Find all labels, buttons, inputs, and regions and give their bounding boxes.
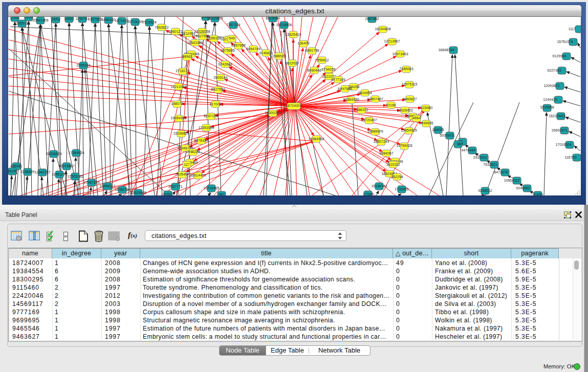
svg-text:8267150: 8267150	[204, 114, 217, 118]
svg-text:7632621: 7632621	[483, 163, 497, 166]
svg-text:9115460: 9115460	[419, 106, 433, 110]
svg-text:16914479: 16914479	[190, 173, 206, 177]
svg-text:19384554: 19384554	[308, 137, 324, 141]
svg-text:8454749: 8454749	[246, 47, 260, 51]
svg-text:7485063: 7485063	[399, 67, 413, 71]
svg-text:3675685: 3675685	[221, 49, 234, 52]
svg-text:20691406: 20691406	[32, 18, 48, 22]
svg-text:1615112: 1615112	[386, 163, 400, 166]
svg-text:62160: 62160	[386, 103, 396, 107]
svg-text:8427552: 8427552	[211, 87, 225, 91]
svg-text:3824554: 3824554	[358, 91, 372, 95]
svg-text:13325419: 13325419	[285, 33, 301, 36]
svg-text:136409: 136409	[297, 41, 309, 45]
svg-text:12213967: 12213967	[384, 39, 400, 43]
svg-text:17016504: 17016504	[555, 143, 571, 146]
svg-text:18300295: 18300295	[265, 111, 280, 115]
svg-text:9463627: 9463627	[403, 97, 417, 101]
svg-text:10688609: 10688609	[367, 129, 383, 133]
svg-text:9474444: 9474444	[461, 148, 475, 152]
svg-text:16033809: 16033809	[207, 17, 223, 20]
svg-text:16154808: 16154808	[375, 27, 390, 31]
svg-text:117008: 117008	[210, 102, 222, 106]
svg-text:8860123: 8860123	[168, 30, 182, 33]
svg-text:18724007: 18724007	[286, 104, 301, 107]
svg-text:6961758: 6961758	[305, 49, 319, 52]
svg-text:12942737: 12942737	[34, 170, 50, 174]
svg-text:7886372: 7886372	[354, 108, 368, 112]
svg-text:12093872: 12093872	[543, 84, 559, 87]
svg-text:15716465: 15716465	[203, 186, 219, 190]
svg-text:20364436: 20364436	[343, 98, 359, 101]
svg-text:1498222: 1498222	[186, 150, 200, 154]
svg-text:10973493: 10973493	[392, 52, 408, 56]
svg-text:10958117: 10958117	[100, 184, 116, 188]
svg-text:1588520: 1588520	[272, 54, 286, 58]
svg-text:16210643: 16210643	[549, 114, 564, 118]
svg-text:1244419: 1244419	[543, 98, 557, 101]
svg-text:8186328: 8186328	[207, 36, 221, 40]
svg-text:116753: 116753	[565, 156, 577, 159]
svg-text:12213389: 12213389	[170, 85, 186, 89]
svg-text:19654925: 19654925	[170, 116, 186, 120]
svg-text:148073: 148073	[171, 102, 183, 105]
svg-text:2803144: 2803144	[213, 76, 227, 79]
svg-text:2867608: 2867608	[231, 43, 245, 47]
svg-text:17359924: 17359924	[68, 151, 84, 155]
svg-text:10025453: 10025453	[397, 108, 412, 112]
svg-text:7955812: 7955812	[315, 58, 329, 62]
svg-text:435061: 435061	[10, 164, 22, 168]
svg-text:10654112: 10654112	[504, 179, 520, 182]
svg-text:987: 987	[219, 193, 225, 195]
svg-text:18807249: 18807249	[373, 140, 389, 143]
svg-text:8878334: 8878334	[194, 139, 208, 142]
svg-text:16648784: 16648784	[438, 48, 454, 52]
svg-text:1092: 1092	[164, 192, 172, 195]
svg-text:92450: 92450	[533, 193, 543, 195]
svg-text:1527602: 1527602	[88, 17, 102, 21]
svg-text:9146821: 9146821	[259, 51, 273, 55]
svg-text:11451194: 11451194	[52, 172, 67, 176]
svg-text:205572: 205572	[16, 21, 28, 25]
svg-text:6466160: 6466160	[101, 18, 115, 21]
svg-text:2055: 2055	[11, 17, 19, 19]
svg-text:1117: 1117	[569, 27, 576, 31]
svg-text:1156829: 1156829	[21, 170, 35, 173]
svg-text:15751074: 15751074	[557, 40, 573, 43]
svg-text:9699695: 9699695	[419, 121, 433, 125]
svg-text:15136141: 15136141	[371, 184, 387, 188]
svg-text:9242848: 9242848	[218, 62, 232, 66]
svg-text:164095: 164095	[432, 128, 444, 132]
svg-text:5933923: 5933923	[440, 134, 453, 137]
svg-text:19756928: 19756928	[396, 144, 412, 147]
svg-text:1653: 1653	[52, 17, 60, 21]
svg-text:687: 687	[457, 142, 463, 146]
svg-text:2718176: 2718176	[176, 69, 189, 73]
svg-text:3215958: 3215958	[540, 105, 554, 109]
svg-text:2935114: 2935114	[473, 156, 487, 159]
svg-text:4564: 4564	[412, 116, 421, 120]
svg-text:2905334: 2905334	[76, 63, 90, 67]
svg-text:2009: 2009	[25, 17, 33, 19]
svg-text:19654925: 19654925	[401, 128, 417, 132]
svg-text:6497568: 6497568	[338, 87, 352, 91]
svg-text:7625402: 7625402	[175, 172, 189, 176]
svg-text:12923448: 12923448	[130, 191, 146, 194]
svg-text:12505185: 12505185	[67, 174, 83, 178]
svg-text:15692971: 15692971	[551, 128, 567, 132]
svg-text:9777169: 9777169	[331, 78, 345, 81]
svg-text:127: 127	[184, 163, 190, 166]
svg-text:7357224: 7357224	[226, 23, 240, 27]
svg-text:17957225: 17957225	[83, 181, 99, 184]
svg-text:12353594: 12353594	[198, 126, 214, 129]
svg-text:2687682: 2687682	[365, 17, 379, 20]
svg-text:10807487: 10807487	[367, 97, 383, 101]
svg-text:6794028: 6794028	[321, 68, 335, 71]
svg-text:9129966: 9129966	[552, 54, 566, 58]
svg-text:8813054: 8813054	[266, 17, 279, 20]
svg-text:90975887: 90975887	[58, 164, 74, 168]
svg-text:98961: 98961	[182, 55, 192, 58]
svg-text:1152761: 1152761	[76, 17, 90, 20]
svg-text:10719155: 10719155	[127, 20, 143, 24]
svg-text:9245652: 9245652	[516, 186, 530, 190]
